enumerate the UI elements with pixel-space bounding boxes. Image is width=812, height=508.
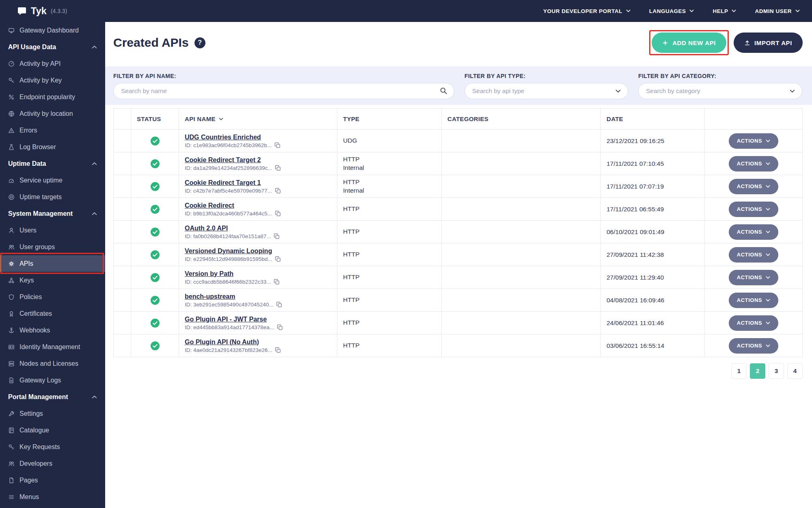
sidebar-item-users[interactable]: Users: [0, 222, 105, 239]
sidebar-section-api-usage-data[interactable]: API Usage Data: [0, 39, 105, 55]
menu-developer-portal[interactable]: YOUR DEVELOPER PORTAL: [543, 8, 631, 14]
page-button-1[interactable]: 1: [731, 363, 747, 379]
copy-icon[interactable]: [275, 211, 281, 217]
sidebar-item-pages[interactable]: Pages: [0, 472, 105, 488]
copy-icon[interactable]: [275, 347, 281, 353]
actions-button[interactable]: ACTIONS: [729, 156, 779, 172]
row-actions-cell: ACTIONS: [705, 243, 802, 266]
sidebar-item-service-uptime[interactable]: Service uptime: [0, 172, 105, 189]
actions-button[interactable]: ACTIONS: [729, 202, 779, 217]
apis-table: STATUS API NAME TYPE CATEGORIES DATE UDG…: [113, 108, 803, 357]
actions-button[interactable]: ACTIONS: [729, 133, 779, 149]
sidebar-item-endpoint-popularity[interactable]: Endpoint popularity: [0, 89, 105, 105]
sidebar-item-settings[interactable]: Settings: [0, 405, 105, 422]
sidebar-item-menus[interactable]: Menus: [0, 488, 105, 505]
row-actions-cell: ACTIONS: [705, 130, 802, 152]
api-category-filter-select[interactable]: Search by category: [638, 83, 802, 99]
api-name-link[interactable]: Cookie Redirect: [185, 202, 234, 209]
sidebar-section-system-management[interactable]: System Management: [0, 205, 105, 222]
help-icon[interactable]: ?: [194, 37, 205, 48]
actions-button[interactable]: ACTIONS: [729, 270, 779, 285]
status-active-icon: [151, 319, 160, 328]
menu-admin-user[interactable]: ADMIN USER: [755, 8, 800, 14]
actions-button[interactable]: ACTIONS: [729, 293, 779, 308]
sidebar-item-developers[interactable]: Developers: [0, 455, 105, 472]
add-new-api-button[interactable]: ADD NEW API: [652, 33, 726, 53]
copy-icon[interactable]: [274, 279, 280, 285]
api-name-link[interactable]: Go Plugin API (No Auth): [185, 339, 259, 346]
chevron-down-icon: [766, 344, 770, 347]
actions-button-label: ACTIONS: [737, 274, 762, 280]
sidebar-item-activity-by-location[interactable]: Activity by location: [0, 105, 105, 122]
copy-icon[interactable]: [275, 256, 281, 262]
page-button-2-active[interactable]: 2: [750, 363, 765, 379]
sort-chevron-down-icon: [219, 117, 223, 121]
sidebar-item-activity-by-api[interactable]: Activity by API: [0, 55, 105, 72]
row-name-cell: Go Plugin API (No Auth) ID: 4ae0dc21a291…: [179, 334, 337, 357]
actions-button[interactable]: ACTIONS: [729, 224, 779, 240]
api-name-filter-input[interactable]: [113, 83, 454, 99]
actions-button[interactable]: ACTIONS: [729, 315, 779, 331]
menu-label: YOUR DEVELOPER PORTAL: [543, 8, 622, 14]
brand-area[interactable]: Tyk (4.3.3): [17, 6, 67, 17]
sidebar-item-apis[interactable]: APIs: [0, 255, 105, 272]
copy-icon[interactable]: [275, 165, 281, 171]
sidebar-item-webhooks[interactable]: Webhooks: [0, 322, 105, 339]
sidebar-item-certificates[interactable]: Certificates: [0, 305, 105, 322]
api-name-link[interactable]: bench-upstream: [185, 293, 235, 300]
sidebar-item-catalogue[interactable]: Catalogue: [0, 422, 105, 439]
menu-label: HELP: [713, 8, 728, 14]
actions-button[interactable]: ACTIONS: [729, 179, 779, 194]
sidebar-item-gateway-logs[interactable]: Gateway Logs: [0, 372, 105, 389]
copy-icon[interactable]: [274, 233, 280, 239]
row-categories-cell: [442, 266, 601, 289]
sidebar-item-user-groups[interactable]: User groups: [0, 239, 105, 255]
sidebar-item-uptime-targets[interactable]: Uptime targets: [0, 189, 105, 205]
actions-button[interactable]: ACTIONS: [729, 338, 779, 354]
menu-help[interactable]: HELP: [713, 8, 736, 14]
row-status-cell: [131, 175, 179, 198]
sidebar-section-uptime-data[interactable]: Uptime Data: [0, 155, 105, 172]
import-api-button[interactable]: IMPORT API: [734, 33, 803, 53]
row-date-cell: 03/06/2021 16:55:14: [601, 334, 705, 357]
api-type-filter-select[interactable]: Search by api type: [464, 83, 628, 99]
sidebar-item-label: Key Requests: [19, 443, 60, 451]
sidebar-item-label: Pages: [19, 477, 38, 484]
copy-icon[interactable]: [277, 324, 283, 330]
menu-languages[interactable]: LANGUAGES: [649, 8, 694, 14]
api-name-link[interactable]: UDG Countries Enriched: [185, 134, 261, 141]
copy-icon[interactable]: [276, 302, 282, 308]
sidebar-item-gateway-dashboard[interactable]: Gateway Dashboard: [0, 22, 105, 39]
row-type-cell: HTTP: [337, 266, 442, 289]
sidebar-item-log-browser[interactable]: Log Browser: [0, 139, 105, 155]
actions-button-label: ACTIONS: [737, 297, 762, 303]
page-title: Created APIs: [113, 36, 189, 50]
copy-icon[interactable]: [274, 142, 281, 148]
api-name-link[interactable]: Versioned Dynamic Looping: [185, 247, 272, 255]
row-categories-cell: [442, 312, 601, 334]
sidebar-section-portal-management[interactable]: Portal Management: [0, 389, 105, 405]
row-status-cell: [131, 243, 179, 266]
sidebar-item-key-requests[interactable]: Key Requests: [0, 439, 105, 455]
sidebar-item-policies[interactable]: Policies: [0, 289, 105, 305]
page-button-4[interactable]: 4: [787, 363, 803, 379]
sidebar-item-nodes-and-licenses[interactable]: Nodes and Licenses: [0, 355, 105, 372]
api-name-link[interactable]: Cookie Redirect Target 2: [185, 156, 261, 164]
sidebar-item-errors[interactable]: Errors: [0, 122, 105, 139]
api-name-link[interactable]: Cookie Redirect Target 1: [185, 179, 261, 187]
actions-button[interactable]: ACTIONS: [729, 247, 779, 263]
gear-icon: [8, 261, 15, 267]
row-select-cell: [114, 266, 131, 289]
copy-icon[interactable]: [275, 188, 281, 194]
status-active-icon: [151, 341, 160, 350]
page-button-3[interactable]: 3: [769, 363, 784, 379]
name-column-header[interactable]: API NAME: [179, 109, 337, 130]
gauge-icon: [8, 61, 15, 67]
type-column-header: TYPE: [337, 109, 442, 130]
sidebar-item-activity-by-key[interactable]: Activity by Key: [0, 72, 105, 89]
api-name-link[interactable]: Version by Path: [185, 270, 233, 278]
sidebar-item-keys[interactable]: Keys: [0, 272, 105, 289]
sidebar-item-identity-management[interactable]: Identity Management: [0, 339, 105, 355]
api-name-link[interactable]: Go Plugin API - JWT Parse: [185, 316, 267, 323]
api-name-link[interactable]: OAuth 2.0 API: [185, 225, 228, 232]
